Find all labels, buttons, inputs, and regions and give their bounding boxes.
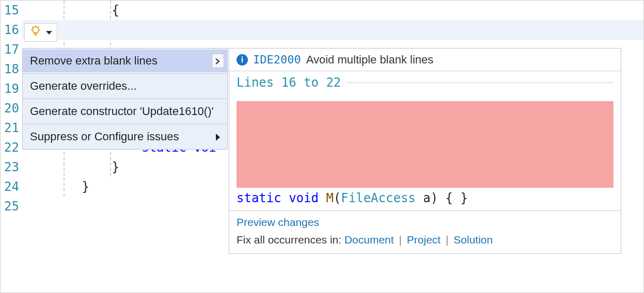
code-line[interactable]: { xyxy=(22,1,643,20)
menu-separator xyxy=(23,73,227,74)
code-editor: 15 16 17 18 19 20 21 22 23 24 25 { stati… xyxy=(0,0,644,293)
menu-item-label: Suppress or Configure issues xyxy=(30,130,179,143)
quick-actions-menu: Remove extra blank lines Generate overri… xyxy=(22,48,228,150)
fix-solution-link[interactable]: Solution xyxy=(453,234,493,246)
fix-document-link[interactable]: Document xyxy=(344,234,394,246)
menu-item-label: Remove extra blank lines xyxy=(30,54,158,67)
line-number: 17 xyxy=(1,40,19,59)
diagnostic-code: IDE2000 xyxy=(253,53,301,66)
menu-separator xyxy=(23,99,227,99)
lines-range-label: Lines 16 to 22 xyxy=(237,75,341,90)
menu-item-generate-overrides[interactable]: Generate overrides... xyxy=(23,75,227,97)
lines-range-header: Lines 16 to 22 xyxy=(237,75,614,90)
line-number: 16 xyxy=(1,20,19,40)
lightbulb-button[interactable] xyxy=(24,23,57,42)
line-number-gutter: 15 16 17 18 19 20 21 22 23 24 25 xyxy=(1,1,22,292)
diagnostic-message: Avoid multiple blank lines xyxy=(306,53,434,67)
info-icon: i xyxy=(237,54,248,66)
fix-occurrences-row: Fix all occurrences in: Document | Proje… xyxy=(237,234,614,246)
menu-item-suppress-configure[interactable]: Suppress or Configure issues xyxy=(23,125,227,148)
line-number: 25 xyxy=(1,197,19,216)
line-number: 24 xyxy=(1,177,19,197)
line-number: 23 xyxy=(1,157,19,177)
separator: | xyxy=(397,234,403,246)
preview-body: Lines 16 to 22 static void M(FileAccess … xyxy=(229,71,621,210)
submenu-arrow-button[interactable] xyxy=(212,54,224,68)
line-number: 20 xyxy=(1,99,19,118)
line-number: 19 xyxy=(1,79,19,99)
preview-header: i IDE2000 Avoid multiple blank lines xyxy=(229,48,621,71)
code-fix-preview-panel: i IDE2000 Avoid multiple blank lines Lin… xyxy=(229,48,621,254)
line-number: 21 xyxy=(1,118,19,138)
fix-project-link[interactable]: Project xyxy=(407,234,441,246)
menu-item-label: Generate overrides... xyxy=(30,79,137,92)
caret-down-icon xyxy=(46,31,52,35)
preview-changes-link[interactable]: Preview changes xyxy=(237,216,319,228)
separator: | xyxy=(444,234,450,246)
deleted-lines-block xyxy=(237,101,614,188)
line-number: 22 xyxy=(1,138,19,157)
chevron-right-icon xyxy=(215,50,221,72)
fix-occurrences-label: Fix all occurrences in: xyxy=(237,234,341,246)
horizontal-rule xyxy=(346,83,614,83)
menu-separator xyxy=(23,124,227,124)
lightbulb-icon xyxy=(29,25,42,40)
line-number: 15 xyxy=(1,1,19,20)
menu-item-remove-blank-lines[interactable]: Remove extra blank lines xyxy=(23,50,227,72)
line-number: 18 xyxy=(1,59,19,79)
menu-item-generate-constructor[interactable]: Generate constructor 'Update1610()' xyxy=(23,100,227,123)
menu-item-label: Generate constructor 'Update1610()' xyxy=(30,105,214,118)
code-line-current[interactable] xyxy=(22,20,643,40)
preview-code-line: static void M(FileAccess a) { } xyxy=(237,191,614,205)
preview-footer: Preview changes Fix all occurrences in: … xyxy=(229,210,621,253)
